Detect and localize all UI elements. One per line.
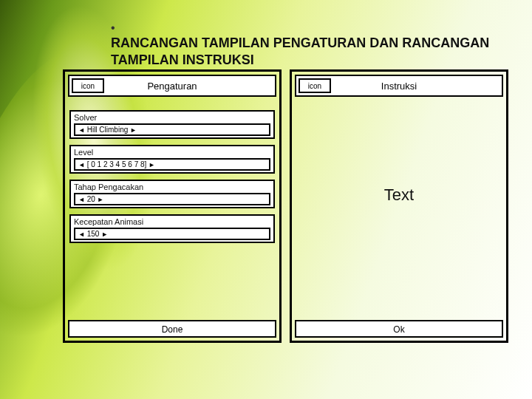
solver-field: Solver ◄ Hill Climbing ►	[69, 110, 275, 139]
instruction-header: icon Instruksi	[295, 75, 503, 97]
arrow-left-icon[interactable]: ◄	[78, 196, 85, 203]
ok-button[interactable]: Ok	[295, 320, 503, 338]
arrow-right-icon[interactable]: ►	[149, 161, 155, 168]
arrow-right-icon[interactable]: ►	[130, 126, 137, 134]
shuffle-field: Tahap Pengacakan ◄ 20 ►	[69, 180, 275, 208]
arrow-left-icon[interactable]: ◄	[78, 231, 85, 238]
solver-selector[interactable]: ◄ Hill Climbing ►	[74, 123, 270, 136]
solver-value: Hill Climbing	[87, 126, 129, 134]
level-value: [ 0 1 2 3 4 5 6 7 8]	[87, 160, 147, 168]
slide-title: RANCANGAN TAMPILAN PENGATURAN DAN RANCAN…	[111, 35, 510, 69]
speed-value: 150	[87, 230, 100, 238]
settings-icon: icon	[72, 78, 104, 93]
shuffle-value: 20	[87, 195, 95, 203]
instruction-body-text: Text	[292, 185, 506, 205]
settings-header: icon Pengaturan	[68, 75, 276, 97]
level-selector[interactable]: ◄ [ 0 1 2 3 4 5 6 7 8] ►	[74, 158, 270, 171]
speed-selector[interactable]: ◄ 150 ►	[74, 228, 270, 240]
solver-label: Solver	[74, 113, 270, 122]
done-button[interactable]: Done	[68, 320, 276, 338]
instruction-panel: icon Instruksi Text Ok	[290, 69, 508, 343]
shuffle-label: Tahap Pengacakan	[74, 183, 270, 191]
arrow-right-icon[interactable]: ►	[98, 196, 104, 203]
level-label: Level	[74, 148, 270, 157]
arrow-right-icon[interactable]: ►	[101, 231, 108, 238]
arrow-left-icon[interactable]: ◄	[78, 126, 85, 134]
arrow-left-icon[interactable]: ◄	[78, 161, 85, 168]
shuffle-selector[interactable]: ◄ 20 ►	[74, 193, 270, 205]
speed-field: Kecepatan Animasi ◄ 150 ►	[69, 214, 275, 243]
level-field: Level ◄ [ 0 1 2 3 4 5 6 7 8] ►	[69, 145, 275, 174]
title-row: • RANCANGAN TAMPILAN PENGATURAN DAN RANC…	[111, 19, 510, 69]
slide: • RANCANGAN TAMPILAN PENGATURAN DAN RANC…	[0, 0, 532, 399]
bullet-icon: •	[111, 21, 115, 35]
speed-label: Kecepatan Animasi	[74, 217, 270, 226]
settings-panel: icon Pengaturan Solver ◄ Hill Climbing ►…	[63, 69, 282, 343]
instruction-icon: icon	[299, 78, 331, 93]
